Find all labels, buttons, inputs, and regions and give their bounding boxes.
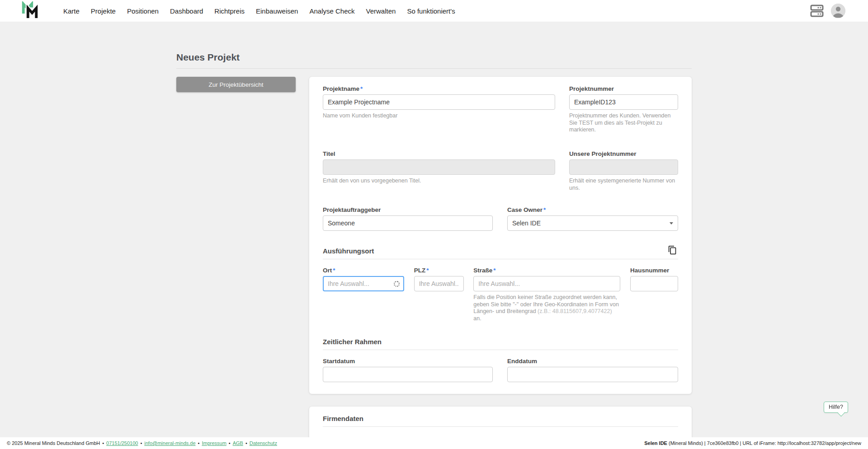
nav-richtpreis[interactable]: Richtpreis	[214, 7, 245, 15]
ort-label: Ort*	[323, 267, 404, 274]
footer-left: © 2025 Mineral Minds Deutschland GmbH • …	[7, 440, 277, 446]
required-marker: *	[493, 267, 495, 274]
zeitlicher-rahmen-title: Zeitlicher Rahmen	[323, 338, 678, 350]
copyright-text: © 2025 Mineral Minds Deutschland GmbH	[7, 440, 100, 446]
startdatum-input[interactable]	[323, 367, 493, 382]
nav-einbauweisen[interactable]: Einbauweisen	[256, 7, 298, 15]
nav-positionen[interactable]: Positionen	[127, 7, 159, 15]
strasse-helper: Falls die Position keiner Straße zugeord…	[473, 294, 620, 323]
case-owner-select[interactable]: Selen IDE	[507, 215, 678, 231]
help-button[interactable]: Hilfe?	[824, 402, 848, 413]
section-firmendaten: Firmendaten	[323, 415, 678, 427]
nav-verwalten[interactable]: Verwalten	[366, 7, 396, 15]
strasse-label: Straße*	[473, 267, 620, 274]
field-hausnummer: Hausnummer	[630, 267, 678, 291]
plz-input[interactable]	[414, 276, 464, 291]
session-details: (Mineral Minds) | 7ce360e83fb0 | URL of …	[667, 440, 861, 446]
field-case-owner: Case Owner* Selen IDE	[507, 206, 678, 231]
field-enddatum: Enddatum	[507, 357, 678, 382]
section-divider	[323, 259, 678, 259]
projektnummer-input[interactable]	[569, 94, 678, 110]
nav-projekte[interactable]: Projekte	[91, 7, 116, 15]
session-user: Selen IDE	[644, 440, 667, 446]
plz-label: PLZ*	[414, 267, 464, 274]
ort-input[interactable]	[324, 277, 394, 290]
row-ausfuehrungsort-fields: Ort* PLZ* Straße* Falls die Position k	[323, 267, 678, 323]
firmendaten-card: Firmendaten	[309, 407, 692, 437]
field-plz: PLZ*	[414, 267, 464, 291]
hausnummer-label: Hausnummer	[630, 267, 678, 274]
field-projektnummer: Projektnummer Projektnummer des Kunden. …	[569, 85, 678, 134]
section-divider	[323, 350, 678, 350]
footer-link-phone[interactable]: 07151/250100	[106, 440, 138, 446]
left-column: Zur Projektübersicht	[176, 77, 296, 92]
footer-session-info: Selen IDE (Mineral Minds) | 7ce360e83fb0…	[644, 440, 861, 446]
footer-link-agb[interactable]: AGB	[233, 440, 243, 446]
person-icon	[831, 4, 845, 18]
nav-so-funktionierts[interactable]: So funktioniert's	[407, 7, 455, 15]
field-titel: Titel Erhält den von uns vorgegebenen Ti…	[323, 150, 555, 185]
ausfuehrungsort-title: Ausführungsort	[323, 247, 678, 259]
footer-link-email[interactable]: info@mineral-minds.de	[144, 440, 195, 446]
firmendaten-title: Firmendaten	[323, 415, 678, 426]
row-name-number: Projektname* Name vom Kunden festlegbar …	[323, 85, 678, 134]
server-icon[interactable]	[810, 4, 824, 18]
field-projektauftraggeber: Projektauftraggeber	[323, 206, 493, 231]
case-owner-value: Selen IDE	[512, 216, 541, 230]
field-projektname: Projektname* Name vom Kunden festlegbar	[323, 85, 555, 120]
required-marker: *	[426, 267, 429, 274]
projektname-label: Projektname*	[323, 85, 555, 93]
nav-dashboard[interactable]: Dashboard	[170, 7, 203, 15]
projektname-helper: Name vom Kunden festlegbar	[323, 112, 555, 120]
row-titel-unsere-nummer: Titel Erhält den von uns vorgegebenen Ti…	[323, 150, 678, 192]
main-nav: Karte Projekte Positionen Dashboard Rich…	[63, 7, 455, 15]
nav-analyse-check[interactable]: Analyse Check	[309, 7, 354, 15]
project-form-card: Projektname* Name vom Kunden festlegbar …	[309, 77, 692, 394]
logo-icon	[20, 1, 39, 20]
projektauftraggeber-input[interactable]	[323, 215, 493, 231]
topbar: Karte Projekte Positionen Dashboard Rich…	[0, 0, 868, 22]
mineral-minds-logo[interactable]	[20, 1, 39, 20]
footer-link-impressum[interactable]: Impressum	[202, 440, 226, 446]
user-avatar[interactable]	[831, 4, 845, 18]
projektauftraggeber-label: Projektauftraggeber	[323, 206, 493, 214]
projektnummer-helper: Projektnummer des Kunden. Verwenden Sie …	[569, 112, 678, 134]
titel-input	[323, 159, 555, 175]
titel-helper: Erhält den von uns vorgegebenen Titel.	[323, 178, 555, 185]
topbar-right	[810, 4, 845, 18]
required-marker: *	[543, 206, 546, 213]
unsere-projektnummer-input	[569, 159, 678, 175]
strasse-input[interactable]	[473, 276, 620, 291]
section-ausfuehrungsort: Ausführungsort	[323, 247, 678, 259]
loading-spinner-icon	[393, 280, 401, 288]
ort-input-wrap	[323, 276, 404, 291]
field-ort: Ort*	[323, 267, 404, 291]
section-divider	[323, 426, 678, 427]
enddatum-label: Enddatum	[507, 357, 678, 365]
titel-label: Titel	[323, 150, 555, 158]
page-title: Neues Projekt	[176, 52, 692, 69]
projektnummer-label: Projektnummer	[569, 85, 678, 93]
required-marker: *	[360, 85, 363, 92]
copy-icon[interactable]	[667, 244, 678, 257]
unsere-projektnummer-label: Unsere Projektnummer	[569, 150, 678, 158]
section-zeitlicher-rahmen: Zeitlicher Rahmen	[323, 338, 678, 350]
footer-link-datenschutz[interactable]: Datenschutz	[250, 440, 277, 446]
startdatum-label: Startdatum	[323, 357, 493, 365]
row-auftraggeber-owner: Projektauftraggeber Case Owner* Selen ID…	[323, 206, 678, 231]
case-owner-label: Case Owner*	[507, 206, 678, 214]
unsere-projektnummer-helper: Erhält eine systemgenerierte Nummer von …	[569, 178, 678, 192]
footer: © 2025 Mineral Minds Deutschland GmbH • …	[0, 437, 868, 449]
required-marker: *	[333, 267, 335, 274]
field-unsere-projektnummer: Unsere Projektnummer Erhält eine systemg…	[569, 150, 678, 192]
field-strasse: Straße* Falls die Position keiner Straße…	[473, 267, 620, 323]
row-datum: Startdatum Enddatum	[323, 357, 678, 382]
back-to-project-overview-button[interactable]: Zur Projektübersicht	[176, 77, 296, 92]
nav-karte[interactable]: Karte	[63, 7, 80, 15]
main-content: Neues Projekt Zur Projektübersicht Proje…	[0, 22, 868, 437]
projektname-input[interactable]	[323, 94, 555, 110]
field-startdatum: Startdatum	[323, 357, 493, 382]
enddatum-input[interactable]	[507, 367, 678, 382]
hausnummer-input[interactable]	[630, 276, 678, 291]
chevron-down-icon	[670, 222, 673, 224]
